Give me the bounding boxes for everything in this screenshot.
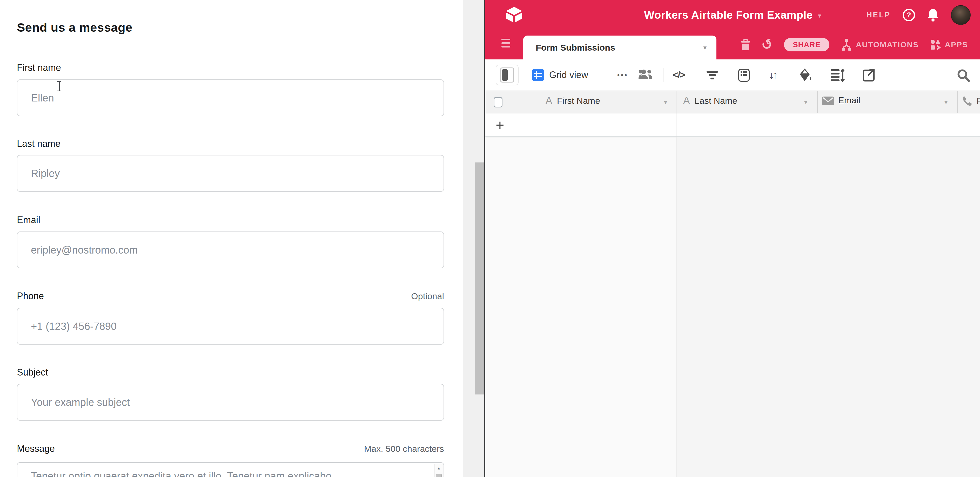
message-text: Tenetur optio quaerat expedita vero et i… [31, 469, 420, 477]
textarea-scrollbar[interactable]: ▲ [434, 464, 443, 477]
add-record-plus-icon[interactable]: + [496, 113, 504, 136]
column-label: First Name [557, 96, 600, 106]
help-question-icon[interactable]: ? [903, 9, 915, 21]
contact-form-pane: Send us a message First name Ellen Last … [0, 0, 463, 477]
topbar-right-cluster: HELP ? [867, 0, 970, 30]
message-textarea[interactable]: Tenetur optio quaerat expedita vero et i… [17, 462, 444, 477]
text-field-type-icon: A [546, 95, 552, 106]
table-tab-row: Form Submissions ▾ ↺ SHARE AUTOMATIONS [485, 30, 980, 59]
form-title: Send us a message [17, 20, 132, 35]
column-label: Last Name [695, 96, 737, 106]
last-name-label: Last name [17, 138, 60, 149]
column-caret-icon[interactable]: ▾ [664, 98, 667, 106]
tab-label: Form Submissions [536, 36, 615, 59]
airtable-window: Workers Airtable Form Example ▾ HELP ? F… [485, 0, 980, 477]
phone-input[interactable]: +1 (123) 456-7890 [17, 308, 444, 345]
message-max-note: Max. 500 characters [364, 444, 444, 454]
email-input[interactable]: eripley@nostromo.com [17, 231, 444, 268]
column-label: Email [838, 95, 860, 105]
apps-icon [930, 39, 941, 51]
apps-button[interactable]: APPS [930, 39, 968, 51]
share-view-icon[interactable] [862, 69, 875, 82]
email-label: Email [17, 215, 40, 225]
airtable-topbar: Workers Airtable Form Example ▾ HELP ? [485, 0, 980, 30]
subject-input[interactable]: Your example subject [17, 384, 444, 421]
history-icon[interactable]: ↺ [759, 36, 775, 53]
textarea-scroll-thumb[interactable] [436, 474, 442, 477]
scroll-up-arrow-icon[interactable]: ▲ [435, 466, 443, 470]
grid-body [676, 138, 980, 477]
hide-fields-icon[interactable]: </> [673, 59, 685, 90]
subject-label: Subject [17, 367, 48, 378]
tab-form-submissions[interactable]: Form Submissions ▾ [523, 36, 716, 59]
apps-label: APPS [945, 40, 968, 49]
column-last-name[interactable]: A Last Name [683, 95, 737, 106]
phone-field-type-icon [962, 96, 972, 106]
first-name-label: First name [17, 62, 61, 73]
screen: Send us a message First name Ellen Last … [0, 0, 980, 477]
add-record-row[interactable]: + [485, 113, 980, 137]
trash-icon[interactable] [741, 39, 750, 50]
text-field-type-icon: A [683, 95, 690, 106]
row-height-icon[interactable] [831, 69, 845, 82]
view-toolbar: Grid view ••• </> ↓↑ [485, 59, 980, 91]
email-field-type-icon [822, 97, 834, 105]
tabrow-right-cluster: ↺ SHARE AUTOMATIONS [741, 30, 968, 59]
tab-caret-icon[interactable]: ▾ [703, 36, 706, 59]
automations-button[interactable]: AUTOMATIONS [841, 38, 919, 51]
last-name-input[interactable]: Ripley [17, 155, 444, 192]
toolbar-divider [663, 68, 663, 82]
view-options-ellipsis-icon[interactable]: ••• [617, 59, 628, 90]
base-title-caret-icon: ▾ [818, 10, 821, 20]
first-name-input[interactable]: Ellen [17, 79, 444, 116]
column-caret-icon[interactable]: ▾ [944, 98, 948, 106]
phone-label: Phone [17, 291, 44, 301]
phone-optional-note: Optional [411, 291, 444, 301]
automations-icon [841, 38, 852, 51]
column-phone[interactable]: P [962, 95, 980, 106]
select-all-checkbox[interactable] [494, 97, 503, 108]
text-cursor-icon [56, 81, 62, 91]
grid-header-row: A First Name ▾ A Last Name ▾ Email ▾ [485, 91, 980, 113]
grid-body-frozen [485, 138, 676, 477]
column-caret-icon[interactable]: ▾ [804, 98, 807, 106]
sidebar-panel-icon [500, 68, 514, 82]
user-avatar[interactable] [951, 5, 970, 25]
filter-icon[interactable] [706, 71, 718, 81]
base-title: Workers Airtable Form Example [644, 9, 813, 21]
column-label: P [977, 96, 980, 106]
page-scroll-thumb[interactable] [475, 162, 484, 395]
frozen-column-divider [676, 91, 676, 477]
color-icon[interactable] [799, 68, 813, 83]
sidebar-menu-icon[interactable] [501, 39, 510, 49]
message-label: Message [17, 443, 55, 454]
grid-view-icon[interactable] [532, 59, 544, 90]
automations-label: AUTOMATIONS [856, 40, 919, 49]
group-icon[interactable] [738, 69, 750, 82]
sort-icon[interactable]: ↓↑ [769, 59, 776, 90]
search-icon[interactable] [957, 69, 970, 82]
collaborators-icon[interactable] [638, 59, 654, 90]
page-scrollbar[interactable] [463, 0, 484, 477]
help-button[interactable]: HELP [867, 11, 891, 19]
column-email[interactable]: Email [822, 95, 860, 105]
column-first-name[interactable]: A First Name [546, 95, 600, 106]
view-name[interactable]: Grid view [549, 59, 588, 90]
notifications-bell-icon[interactable] [927, 9, 939, 22]
share-button[interactable]: SHARE [784, 38, 829, 51]
view-sidebar-toggle-button[interactable] [496, 65, 519, 86]
